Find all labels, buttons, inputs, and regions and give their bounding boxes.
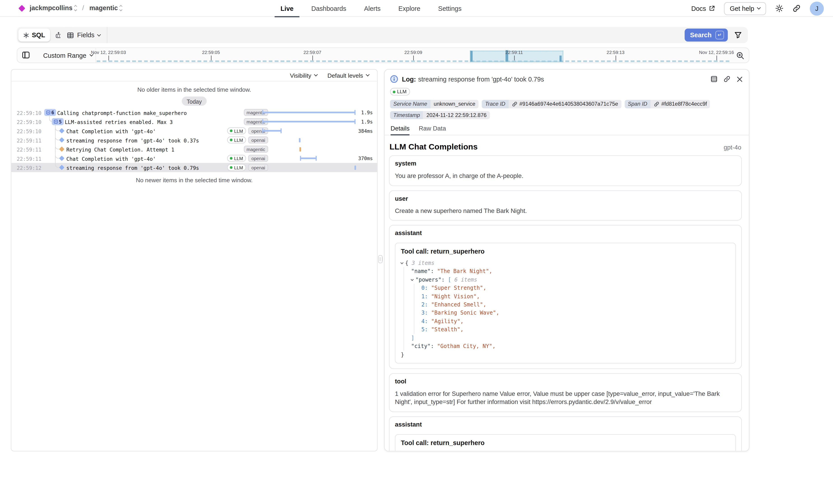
collapse-panel-button[interactable]: [22, 51, 30, 59]
external-link-icon: [709, 5, 715, 11]
get-help-label: Get help: [730, 4, 754, 12]
message-role: tool: [395, 378, 736, 385]
visibility-dropdown[interactable]: Visibility: [290, 72, 317, 78]
levels-dropdown[interactable]: Default levels: [328, 72, 369, 78]
span-duration: 1.9s: [361, 110, 373, 115]
log-detail-panel: Log: streaming response from 'gpt-4o' to…: [384, 69, 749, 452]
user-avatar[interactable]: J: [810, 1, 824, 15]
log-time: 22:59:10: [17, 128, 41, 134]
tool-call-card: Tool call: return_superhero { 3 items "n…: [395, 434, 736, 452]
app-viewport: jackmpcollins / magentic Live Dashboards…: [0, 0, 833, 504]
visibility-label: Visibility: [290, 72, 311, 78]
message-text: Create a new superhero named The Bark Ni…: [395, 207, 736, 215]
detail-header-actions: [711, 75, 743, 82]
nav-tab-live[interactable]: Live: [281, 0, 293, 17]
log-row[interactable]: 22:59:11 Chat Completion with 'gpt-4o' L…: [11, 154, 377, 163]
nav-tab-settings[interactable]: Settings: [438, 0, 462, 17]
theme-toggle-button[interactable]: [775, 4, 783, 13]
message-role: assistant: [395, 230, 736, 236]
chevron-down-icon: [757, 6, 761, 9]
workspace-switcher[interactable]: jackmpcollins: [30, 4, 72, 12]
filter-button[interactable]: [734, 31, 742, 39]
main-nav: Live Dashboards Alerts Explore Settings: [281, 0, 461, 17]
span-duration: 384ms: [358, 128, 373, 134]
dataset-switcher[interactable]: magentic: [90, 4, 118, 12]
funnel-icon: [734, 31, 742, 39]
log-row[interactable]: 22:59:11 Retrying Chat Completion. Attem…: [11, 145, 377, 154]
log-row[interactable]: 22:59:10 Chat Completion with 'gpt-4o' L…: [11, 126, 377, 136]
span-gantt: [262, 163, 357, 172]
service-name-pill[interactable]: Service Name unknown_service: [390, 100, 479, 108]
log-row[interactable]: 22:59:10 5 LLM-assisted retries enabled.…: [11, 117, 377, 126]
nav-tab-alerts[interactable]: Alerts: [364, 0, 381, 17]
log-message: streaming response from 'gpt-4o' took 0.…: [66, 137, 199, 143]
log-title: streaming response from 'gpt-4o' took 0.…: [418, 75, 706, 82]
sql-mode-button[interactable]: SQL: [18, 29, 50, 42]
tree-connector: [55, 151, 60, 158]
fields-dropdown[interactable]: Fields: [61, 27, 107, 43]
log-list-toolbar: Visibility Default levels: [11, 70, 377, 81]
tree-connector: [55, 143, 60, 149]
dataset-sort-icon[interactable]: [120, 5, 122, 11]
table-icon: [67, 32, 74, 39]
nav-tab-explore[interactable]: Explore: [399, 0, 420, 17]
collapse-chevron-icon[interactable]: [411, 278, 414, 281]
query-input[interactable]: [107, 27, 685, 43]
message-text: 1 validation error for Superhero name Va…: [395, 390, 736, 407]
timeline-tick-label: Nov 12, 22:59:16: [699, 50, 734, 55]
sql-label: SQL: [32, 31, 45, 39]
span-count: 6: [51, 110, 54, 115]
docs-link[interactable]: Docs: [691, 4, 715, 12]
llm-level-badge: LLM: [227, 155, 246, 162]
workspace-sort-icon[interactable]: [75, 5, 77, 11]
log-message: Chat Completion with 'gpt-4o': [66, 155, 156, 162]
tab-raw-data[interactable]: Raw Data: [419, 125, 446, 135]
timeline-tick-label: 22:59:05: [202, 50, 220, 55]
enter-key-icon: ↵: [715, 31, 724, 39]
get-help-button[interactable]: Get help: [724, 2, 766, 15]
copy-link-button[interactable]: [792, 4, 801, 13]
span-id-pill[interactable]: Span ID #fd81e8f78c4ecc9f: [624, 100, 710, 108]
link-icon: [654, 101, 659, 106]
chevron-down-icon: [366, 72, 370, 76]
llm-level-badge: LLM: [390, 88, 410, 95]
trace-id-value: #9146a6974e4e6140538043607a71c75e: [519, 101, 618, 107]
collapse-icon: [46, 111, 50, 115]
span-diamond-icon: [59, 137, 65, 143]
timestamp-pill[interactable]: Timestamp 2024-11-12 22:59:12.876: [390, 111, 490, 119]
section-title: LLM Chat Completions: [389, 142, 478, 151]
table-view-icon[interactable]: [711, 75, 718, 82]
green-dot-icon: [230, 157, 232, 160]
span-count: 5: [59, 119, 62, 124]
collapse-chevron-icon[interactable]: [401, 261, 404, 264]
llm-level-badge: LLM: [227, 136, 246, 143]
model-name: gpt-4o: [724, 144, 741, 151]
llm-level-badge: LLM: [227, 127, 246, 134]
green-dot-icon: [230, 166, 232, 169]
log-row[interactable]: 22:59:11 streaming response from 'gpt-4o…: [11, 136, 377, 145]
link-icon[interactable]: [723, 75, 731, 82]
span-gantt: [262, 136, 357, 145]
span-bar: [262, 130, 282, 131]
link-icon: [792, 4, 801, 13]
spark-icon: [23, 32, 29, 38]
breadcrumb-separator: /: [82, 4, 84, 12]
search-button[interactable]: Search ↵: [685, 29, 728, 42]
tab-details[interactable]: Details: [390, 125, 409, 135]
timeline-tick-label: 22:59:13: [607, 50, 624, 55]
log-row[interactable]: 22:59:10 6 Calling chatprompt-function m…: [11, 108, 377, 117]
panel-resize-handle[interactable]: [378, 255, 382, 263]
metadata-pills: Service Name unknown_service Trace ID #9…: [385, 96, 749, 119]
message-card-assistant-2: assistant Tool call: return_superhero { …: [389, 416, 742, 451]
nav-tab-dashboards[interactable]: Dashboards: [311, 0, 346, 17]
trace-id-pill[interactable]: Trace ID #9146a6974e4e6140538043607a71c7…: [482, 100, 621, 108]
info-icon: [390, 75, 398, 83]
magnifier-plus-icon: [736, 51, 744, 60]
log-list-panel: Visibility Default levels No older items…: [11, 69, 378, 452]
trace-id-label: Trace ID: [482, 100, 508, 108]
close-icon[interactable]: [736, 76, 743, 82]
message-card-system: system You are professor A, in charge of…: [389, 155, 742, 186]
zoom-in-button[interactable]: [736, 51, 744, 60]
time-range-dropdown[interactable]: Custom Range: [39, 48, 97, 63]
log-row-selected[interactable]: 22:59:12 streaming response from 'gpt-4o…: [11, 163, 377, 172]
